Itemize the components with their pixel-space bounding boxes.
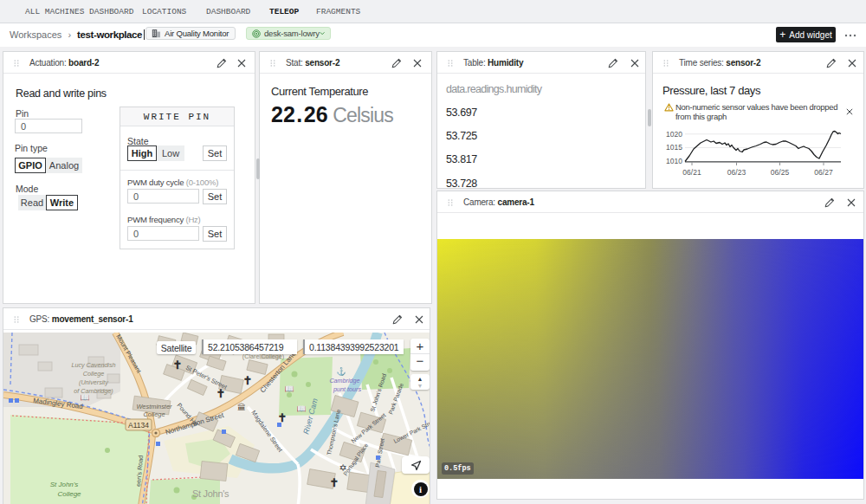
svg-text:✡: ✡ (339, 462, 346, 473)
svg-text:📖: 📖 (80, 392, 90, 403)
svg-text:06/21: 06/21 (682, 168, 701, 177)
svg-text:06/25: 06/25 (771, 168, 790, 177)
svg-text:06/23: 06/23 (727, 168, 746, 177)
svg-text:📖: 📖 (296, 404, 307, 414)
svg-text:✝: ✝ (330, 476, 339, 489)
svg-text:College: College (83, 370, 104, 378)
svg-text:Cambridge: Cambridge (329, 377, 359, 384)
svg-text:St John's: St John's (192, 488, 229, 499)
svg-text:College: College (57, 490, 81, 498)
svg-text:1015: 1015 (666, 143, 682, 152)
svg-text:St John's: St John's (50, 481, 79, 488)
svg-text:✝: ✝ (216, 387, 226, 400)
svg-text:🏛: 🏛 (237, 403, 246, 412)
svg-text:punt tours: punt tours (333, 385, 361, 393)
svg-text:College: College (143, 410, 165, 418)
svg-text:✝: ✝ (173, 359, 183, 372)
svg-text:✝: ✝ (243, 374, 253, 387)
svg-text:1010: 1010 (666, 157, 682, 165)
svg-text:1020: 1020 (666, 130, 682, 139)
svg-text:Westminster: Westminster (137, 403, 172, 410)
svg-text:06/27: 06/27 (814, 168, 833, 177)
svg-text:(University: (University (79, 378, 108, 386)
svg-text:A1134: A1134 (128, 421, 149, 430)
svg-text:⚓: ⚓ (336, 366, 346, 377)
svg-text:✝: ✝ (278, 411, 288, 424)
svg-text:📖: 📖 (284, 384, 294, 394)
svg-text:Lucy Cavendish: Lucy Cavendish (71, 361, 115, 369)
